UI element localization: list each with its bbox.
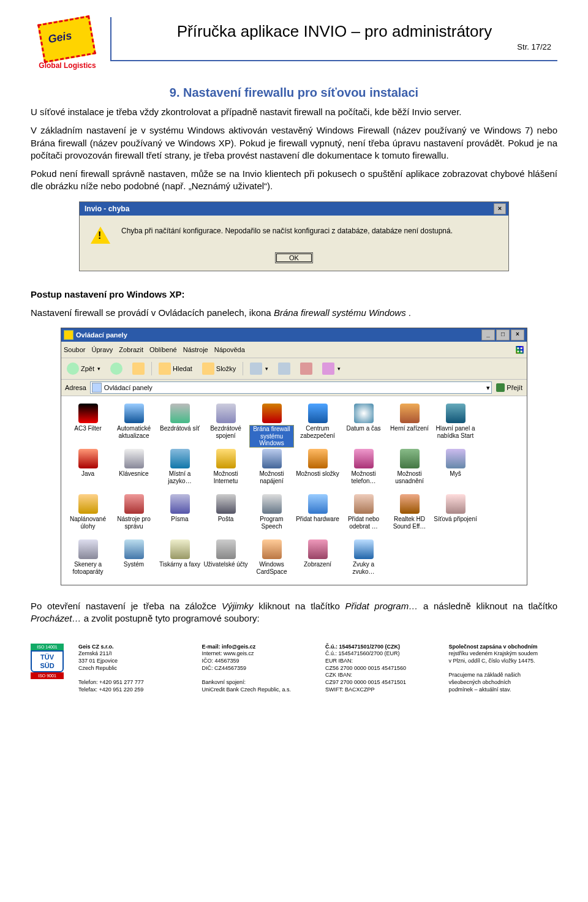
footer-line: v Plzni, oddíl C, číslo vložky 14475. xyxy=(449,658,558,665)
cp-item[interactable]: Možnosti napájení xyxy=(249,448,295,490)
cp-item[interactable]: Tiskárny a faxy xyxy=(157,538,203,581)
cp-item[interactable]: Datum a čas xyxy=(341,402,386,445)
cp-item[interactable]: Automatické aktualizace xyxy=(111,402,157,445)
cp-item[interactable]: Možnosti usnadnění xyxy=(386,448,432,490)
forward-button[interactable] xyxy=(107,361,126,376)
up-button[interactable] xyxy=(129,361,148,376)
footer-line: Bankovní spojení: xyxy=(202,679,311,686)
cp-item[interactable]: Síťová připojení xyxy=(432,493,478,536)
cp-item[interactable]: Systém xyxy=(111,538,157,581)
cp-item-label: AC3 Filter xyxy=(66,425,110,432)
cp-item-label: Pošta xyxy=(203,516,248,523)
address-field[interactable]: Ovládací panely ▾ xyxy=(90,381,492,394)
cp-item[interactable]: Windows CardSpace xyxy=(249,538,295,581)
cp-item-label: Bezdrátové spojení xyxy=(203,425,248,439)
tool-button-1[interactable] xyxy=(247,361,271,376)
menu-upravy[interactable]: Úpravy xyxy=(91,346,113,353)
back-button[interactable]: Zpět xyxy=(64,361,104,376)
warning-icon xyxy=(91,227,110,244)
cp-item-icon xyxy=(400,494,420,514)
menu-nastroje[interactable]: Nástroje xyxy=(183,346,208,353)
footer-line: CZ56 2700 0000 0015 45471560 xyxy=(325,665,434,672)
cp-item-label: Systém xyxy=(111,561,156,568)
menu-oblibene[interactable]: Oblíbené xyxy=(149,346,177,353)
cp-item[interactable]: Centrum zabezpečení xyxy=(295,402,341,445)
footer-line: E-mail: info@geis.cz xyxy=(202,644,311,651)
close-icon[interactable]: × xyxy=(494,203,506,214)
close-icon[interactable]: × xyxy=(511,329,524,340)
cp-item-label: Windows CardSpace xyxy=(249,561,294,575)
back-icon xyxy=(67,363,79,375)
maximize-icon[interactable]: □ xyxy=(496,329,510,340)
cp-item-label: Možnosti telefon… xyxy=(341,470,386,484)
cp-item[interactable]: Uživatelské účty xyxy=(203,538,249,581)
cp-item-label: Možnosti složky xyxy=(295,470,340,478)
footer-line: DIČ: CZ44567359 xyxy=(202,665,311,672)
cp-item-label: Zobrazení xyxy=(295,561,340,568)
address-value: Ovládací panely xyxy=(104,384,153,391)
cp-item-icon xyxy=(170,494,190,514)
footer-line: Č.ú.: 1545471501/2700 (CZK) xyxy=(325,644,434,651)
paragraph-3: Pokud není firewall správně nastaven, mů… xyxy=(31,168,557,193)
toolbar: Zpět Hledat Složky xyxy=(61,358,527,380)
menu-bar: Soubor Úpravy Zobrazit Oblíbené Nástroje… xyxy=(61,342,527,358)
cp-item[interactable]: Skenery a fotoaparáty xyxy=(65,538,111,581)
cp-item-icon xyxy=(446,449,466,468)
minimize-icon[interactable]: _ xyxy=(481,329,495,340)
menu-soubor[interactable]: Soubor xyxy=(64,346,85,353)
cp-item[interactable]: Možnosti složky xyxy=(295,448,341,490)
document-header: Příručka aplikace INVIO – pro administrá… xyxy=(110,17,557,61)
cp-item[interactable]: Přidat nebo odebrat … xyxy=(341,493,386,536)
footer-line: CZK IBAN: xyxy=(325,672,434,679)
windows-flag-icon: ⊞ xyxy=(515,343,524,356)
cp-item-icon xyxy=(400,449,420,468)
cp-item[interactable]: AC3 Filter xyxy=(65,402,111,445)
cp-item[interactable]: Naplánované úlohy xyxy=(65,493,111,536)
cp-item[interactable]: Klávesnice xyxy=(111,448,157,490)
cp-item[interactable]: Program Speech xyxy=(249,493,295,536)
cp-item-label: Myš xyxy=(433,470,478,478)
cp-item[interactable]: Zobrazení xyxy=(295,538,341,581)
cp-item-icon xyxy=(170,449,190,468)
tool-button-3[interactable] xyxy=(297,361,315,376)
cp-item[interactable]: Brána firewall systému Windows xyxy=(249,402,295,445)
cp-item-icon xyxy=(354,449,374,468)
footer-line: CZ97 2700 0000 0015 45471501 xyxy=(325,679,434,686)
search-button[interactable]: Hledat xyxy=(156,361,195,376)
cp-item[interactable]: Realtek HD Sound Eff… xyxy=(386,493,432,536)
cp-item-icon xyxy=(308,449,328,468)
cp-item[interactable]: Nástroje pro správu xyxy=(111,493,157,536)
cp-item[interactable]: Možnosti Internetu xyxy=(203,448,249,490)
address-label: Adresa xyxy=(64,384,88,391)
menu-zobrazit[interactable]: Zobrazit xyxy=(119,346,143,353)
cp-item[interactable]: Bezdrátová síť xyxy=(157,402,203,445)
cp-item-label: Klávesnice xyxy=(111,470,156,478)
footer-line: všeobecných obchodních xyxy=(449,679,558,686)
cp-item[interactable]: Hlavní panel a nabídka Start xyxy=(432,402,478,445)
tool-button-2[interactable] xyxy=(275,361,293,376)
cp-item-icon xyxy=(78,494,98,514)
footer-line: IČO: 44567359 xyxy=(202,658,311,665)
cp-item[interactable]: Přidat hardware xyxy=(295,493,341,536)
cp-item-icon xyxy=(216,449,236,468)
cp-item[interactable]: Místní a jazyko… xyxy=(157,448,203,490)
footer-col-2: E-mail: info@geis.czInternet: www.geis.c… xyxy=(202,644,311,694)
ok-button[interactable]: OK xyxy=(275,252,313,263)
footer-col-4: Společnost zapsána v obchodnímrejstříku … xyxy=(449,644,558,694)
tuv-logo: ISO 14001 TÜV SÜD ISO 9001 xyxy=(31,644,64,694)
cp-item[interactable]: Java xyxy=(65,448,111,490)
section-heading: 9. Nastavení firewallu pro síťovou insta… xyxy=(31,86,557,100)
cp-item[interactable]: Zvuky a zvuko… xyxy=(341,538,386,581)
cp-item-icon xyxy=(78,404,98,423)
folders-button[interactable]: Složky xyxy=(199,361,239,376)
cp-item[interactable]: Pošta xyxy=(203,493,249,536)
cp-item[interactable]: Myš xyxy=(432,448,478,490)
tool-button-4[interactable] xyxy=(319,361,344,376)
cp-item[interactable]: Bezdrátové spojení xyxy=(203,402,249,445)
go-button[interactable]: Přejít xyxy=(494,383,524,392)
cp-item[interactable]: Herní zařízení xyxy=(386,402,432,445)
chevron-down-icon[interactable]: ▾ xyxy=(486,384,490,392)
cp-item[interactable]: Možnosti telefon… xyxy=(341,448,386,490)
menu-napoveda[interactable]: Nápověda xyxy=(214,346,245,353)
cp-item[interactable]: Písma xyxy=(157,493,203,536)
